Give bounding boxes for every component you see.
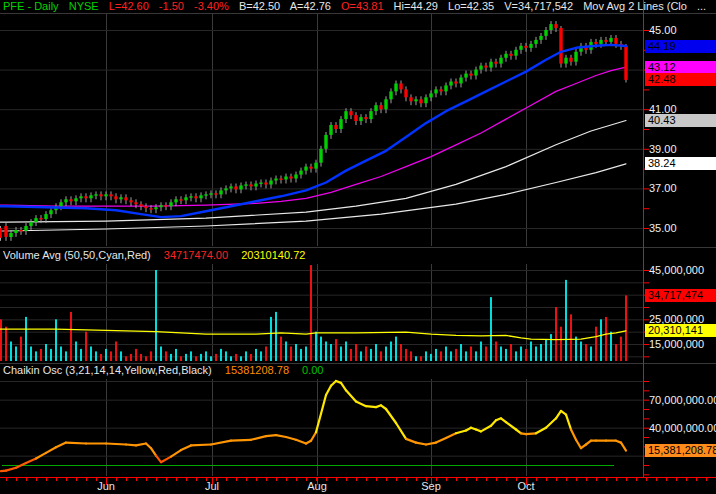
candle-body [444, 85, 447, 91]
volume-bar [595, 327, 597, 361]
volume-bar [340, 347, 342, 362]
candle-body [359, 117, 362, 121]
candle-body [504, 54, 507, 58]
chaikin-line [126, 445, 136, 446]
candle-body [354, 115, 357, 121]
candle-body [549, 24, 552, 30]
candle-body [344, 111, 347, 119]
candle-body [134, 202, 137, 204]
chaikin-line [576, 440, 581, 448]
candle-body [124, 197, 127, 200]
chaikin-line [181, 445, 191, 450]
volume-bar [95, 351, 97, 361]
candle-body [274, 179, 277, 181]
chaikin-line [436, 438, 446, 443]
volume-bar [110, 351, 112, 361]
volume-red-value: 34717474.00 [164, 249, 228, 261]
chaikin-line [156, 456, 161, 463]
volume-bar [115, 342, 117, 362]
candle-body [19, 230, 22, 231]
volume-bar [305, 347, 307, 362]
volume-bar [120, 351, 122, 361]
candle-body [594, 42, 597, 44]
chaikin-line [326, 386, 331, 395]
volume-bar [235, 354, 237, 361]
volume-bar [40, 349, 42, 361]
high-value: Hi=44.29 [394, 0, 438, 12]
volume-bar [155, 270, 157, 361]
volume-bar [560, 327, 562, 361]
candle-body [294, 175, 297, 179]
candle-body [389, 91, 392, 99]
candle-body [29, 222, 32, 226]
volume-bar [70, 312, 72, 361]
candle-body [189, 196, 192, 197]
month-label-oct: Oct [509, 480, 543, 492]
volume-bar [295, 344, 297, 361]
volume-bar [330, 344, 332, 361]
chaikin-line [356, 402, 366, 407]
candle-body [464, 74, 467, 78]
volume-bar [625, 295, 627, 361]
volume-bar [65, 351, 67, 361]
chaikin-line [161, 457, 171, 463]
candle-body [99, 194, 102, 196]
candle-body [149, 208, 152, 209]
volume-avg-line [0, 329, 626, 339]
volume-bar [0, 319, 2, 361]
candle-body [599, 40, 602, 44]
quote-header: PFE - Daily NYSE L=42.60 -1.50 -3.40% B=… [3, 0, 713, 13]
candle-body [39, 218, 42, 219]
volume-bar [150, 351, 152, 361]
volume-bar [510, 344, 512, 361]
candle-body [324, 135, 327, 149]
candle-body [139, 204, 142, 206]
volume-bar [300, 349, 302, 361]
chaikin-line [396, 423, 406, 439]
candle-body [164, 205, 167, 206]
volume-value: V=34,717,542 [504, 0, 573, 12]
candle-body [264, 183, 267, 185]
chart-canvas[interactable] [0, 0, 716, 494]
chaikin-line [566, 415, 571, 430]
chaikin-line [416, 443, 426, 445]
change-value: -1.50 [159, 0, 184, 12]
volume-yellow-value: 20310140.72 [241, 249, 305, 261]
candle-body [24, 226, 27, 231]
candle-body [614, 38, 617, 44]
chaikin-zero-value: 0.00 [302, 364, 323, 376]
volume-bar [50, 349, 52, 361]
chaikin-line [426, 443, 436, 445]
candle-body [209, 193, 212, 194]
indicator-label: Mov Avg 2 Lines (Clo [583, 0, 687, 12]
month-label-jun: Jun [89, 480, 123, 492]
candle-body [349, 111, 352, 115]
candle-body [514, 50, 517, 56]
volume-bar [365, 347, 367, 362]
volume-bar [465, 351, 467, 361]
candle-body [234, 186, 237, 189]
last-price-badge: 42.48 [645, 73, 716, 86]
candle-body [129, 200, 132, 202]
chaikin-line [341, 383, 346, 390]
candle-body [624, 46, 627, 80]
indicator-ellipsis[interactable]: ... [697, 0, 706, 12]
volume-bar [395, 337, 397, 361]
volume-bar [260, 351, 262, 361]
volume-bar [590, 347, 592, 362]
volume-bar [285, 342, 287, 362]
chaikin-line [286, 437, 296, 440]
chaikin-line [66, 443, 86, 444]
candle-body [154, 207, 157, 209]
volume-bar [140, 354, 142, 361]
volume-bar [5, 327, 7, 361]
candle-body [454, 82, 457, 84]
month-label-jul: Jul [195, 480, 229, 492]
candle-body [104, 194, 107, 196]
volume-bar [190, 351, 192, 361]
chaikin-line [621, 443, 626, 451]
volume-bar [75, 342, 77, 362]
chaikin-line [296, 440, 306, 444]
candle-body [474, 70, 477, 76]
candle-body [394, 84, 397, 92]
